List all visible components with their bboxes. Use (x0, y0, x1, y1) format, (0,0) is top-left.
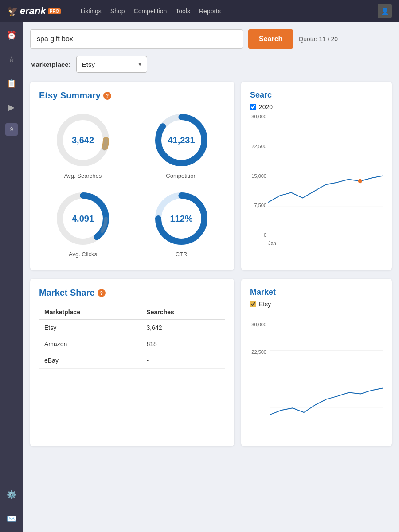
avg-searches-label: Avg. Searches (64, 172, 102, 179)
market-chart-card: Market Etsy 30,000 22,500 15,000 7,500 0 (241, 279, 392, 446)
avg-clicks-label: Avg. Clicks (69, 251, 97, 258)
mail-icon[interactable]: ✉️ (4, 511, 20, 527)
competition-value: 41,231 (168, 135, 195, 145)
market-share-table: Marketplace Searches Etsy 3,642 Amazon 8… (39, 305, 225, 369)
market-legend-etsy-checkbox[interactable] (250, 301, 256, 307)
logo: 🦅 erank PRO (7, 5, 61, 17)
market-legend-etsy-label: Etsy (259, 301, 271, 308)
legend-2020-label: 2020 (259, 103, 273, 110)
y-axis: 30,000 22,500 15,000 7,500 0 (249, 114, 266, 238)
top-nav: 🦅 erank PRO Listings Shop Competition To… (0, 0, 399, 22)
marketplace-label: Marketplace: (30, 61, 71, 68)
col-marketplace: Marketplace (39, 305, 141, 320)
y-label-7500: 7,500 (249, 203, 266, 208)
nav-links: Listings Shop Competition Tools Reports (80, 8, 221, 15)
avg-searches-ring: 3,642 (54, 111, 112, 169)
market-chart-legend: Etsy (250, 301, 383, 308)
market-chart-area: 30,000 22,500 15,000 7,500 0 (270, 322, 383, 437)
market-chart-title: Market (250, 288, 383, 297)
sidebar: ⏰ ☆ 📋 ▶ 9 ⚙️ ✉️ (0, 22, 23, 532)
ctr-donut: 112% CTR (137, 190, 225, 258)
col-searches: Searches (141, 305, 225, 320)
logo-text: erank (20, 5, 46, 17)
nav-shop[interactable]: Shop (110, 8, 125, 15)
search-row: spa gift box Search Quota: 11 / 20 (30, 29, 392, 49)
market-y-30000: 30,000 (249, 322, 266, 327)
etsy-summary-card: Etsy Summary ? 3,642 (30, 82, 234, 270)
competition-ring: 41,231 (153, 111, 210, 169)
competition-label: Competition (166, 172, 196, 179)
y-label-22500: 22,500 (249, 144, 266, 149)
avg-searches-value: 3,642 (72, 135, 94, 145)
nav-tools[interactable]: Tools (176, 8, 190, 15)
searches-etsy: 3,642 (141, 320, 225, 336)
summary-row: Etsy Summary ? 3,642 (30, 82, 392, 270)
donut-grid: 3,642 Avg. Searches (39, 108, 225, 261)
market-y-22500: 22,500 (249, 349, 266, 355)
marketplace-ebay: eBay (39, 352, 141, 369)
y-label-30000: 30,000 (249, 114, 266, 119)
avg-clicks-ring: 4,091 (54, 190, 112, 247)
svg-point-14 (358, 179, 362, 183)
market-share-title: Market Share ? (39, 288, 225, 298)
main-content: spa gift box Search Quota: 11 / 20 Marke… (23, 22, 399, 532)
marketplace-etsy: Etsy (39, 320, 141, 336)
logo-pro-badge: PRO (48, 8, 61, 14)
table-row: Etsy 3,642 (39, 320, 225, 336)
search-trend-title: Searc (250, 90, 383, 100)
legend-2020-checkbox[interactable] (250, 104, 256, 110)
play-icon[interactable]: ▶ (4, 99, 20, 115)
nav-competition[interactable]: Competition (134, 8, 167, 15)
table-row: Amazon 818 (39, 336, 225, 352)
search-trend-card: Searc 2020 30,000 22,500 15,000 7,500 0 (241, 82, 392, 270)
summary-help-icon[interactable]: ? (103, 92, 111, 100)
avg-searches-donut: 3,642 Avg. Searches (39, 111, 127, 179)
document-icon[interactable]: 📋 (4, 75, 20, 91)
search-button[interactable]: Search (248, 29, 293, 49)
marketplace-row: Marketplace: Etsy Amazon eBay ▼ (30, 56, 392, 73)
table-row: eBay - (39, 352, 225, 369)
competition-center: 41,231 (168, 135, 195, 145)
logo-bird-icon: 🦅 (7, 6, 18, 16)
avg-clicks-value: 4,091 (72, 213, 94, 224)
search-trend-chart-area: 30,000 22,500 15,000 7,500 0 (268, 114, 383, 238)
nav-reports[interactable]: Reports (199, 8, 221, 15)
y-label-0: 0 (249, 232, 266, 238)
badge-9[interactable]: 9 (5, 123, 18, 136)
competition-donut: 41,231 Competition (137, 111, 225, 179)
market-help-icon[interactable]: ? (98, 289, 106, 297)
ctr-center: 112% (170, 213, 192, 224)
ctr-value: 112% (170, 213, 192, 224)
search-input[interactable]: spa gift box (30, 29, 243, 49)
marketplace-amazon: Amazon (39, 336, 141, 352)
avg-clicks-donut: 4,091 Avg. Clicks (39, 190, 127, 258)
clock-icon[interactable]: ⏰ (4, 27, 20, 43)
chart-legend: 2020 (250, 103, 383, 110)
avg-searches-center: 3,642 (72, 135, 94, 145)
ctr-label: CTR (176, 251, 188, 258)
quota-text: Quota: 11 / 20 (298, 35, 338, 43)
ctr-ring: 112% (153, 190, 210, 247)
nav-listings[interactable]: Listings (80, 8, 101, 15)
x-axis-jan: Jan (268, 240, 276, 246)
main-layout: ⏰ ☆ 📋 ▶ 9 ⚙️ ✉️ spa gift box Search Quot… (0, 22, 399, 532)
market-share-card: Market Share ? Marketplace Searches Etsy… (30, 279, 234, 446)
marketplace-select[interactable]: Etsy Amazon eBay (76, 56, 147, 73)
avg-clicks-center: 4,091 (72, 213, 94, 224)
marketplace-select-wrapper: Etsy Amazon eBay ▼ (76, 56, 147, 73)
settings-icon[interactable]: ⚙️ (4, 487, 20, 503)
y-label-15000: 15,000 (249, 173, 266, 179)
searches-amazon: 818 (141, 336, 225, 352)
searches-ebay: - (141, 352, 225, 369)
user-menu-button[interactable]: 👤 (378, 4, 392, 18)
star-icon[interactable]: ☆ (4, 51, 20, 67)
market-y-axis: 30,000 22,500 15,000 7,500 0 (249, 322, 266, 437)
market-share-row: Market Share ? Marketplace Searches Etsy… (30, 279, 392, 446)
etsy-summary-title: Etsy Summary ? (39, 90, 225, 101)
